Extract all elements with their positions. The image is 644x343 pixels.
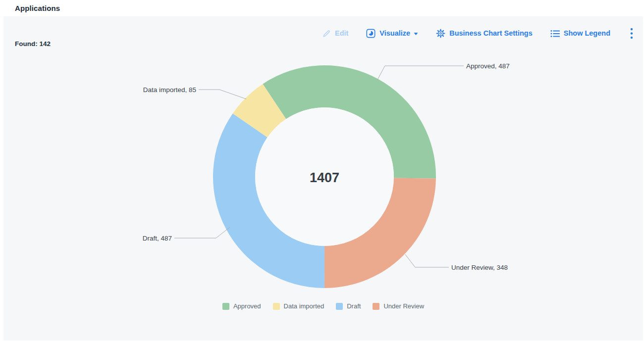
legend-item-approved[interactable]: Approved xyxy=(222,302,261,310)
visualize-label: Visualize xyxy=(379,30,410,37)
more-options-button[interactable] xyxy=(630,28,633,39)
edit-button[interactable]: Edit xyxy=(322,29,348,38)
chart-type-icon xyxy=(366,29,376,38)
chart-panel: Found: 142 Edit Visualize xyxy=(3,16,643,341)
legend-item-draft[interactable]: Draft xyxy=(336,302,361,310)
page-title: Applications xyxy=(15,4,60,12)
chart-legend: ApprovedData importedDraftUnder Review xyxy=(3,302,643,310)
business-chart-settings-label: Business Chart Settings xyxy=(449,30,533,37)
edit-label: Edit xyxy=(335,30,348,37)
pencil-icon xyxy=(322,29,331,38)
legend-swatch-draft xyxy=(336,303,343,310)
legend-label-under-review: Under Review xyxy=(383,302,424,310)
business-chart-settings-button[interactable]: Business Chart Settings xyxy=(436,29,533,38)
legend-label-approved: Approved xyxy=(233,302,261,310)
legend-label-draft: Draft xyxy=(347,302,361,310)
found-count: Found: 142 xyxy=(15,40,51,48)
chart-toolbar: Edit Visualize xyxy=(322,28,633,39)
legend-swatch-data-imported xyxy=(273,303,280,310)
legend-swatch-under-review xyxy=(373,303,379,310)
list-icon xyxy=(550,30,560,38)
show-legend-button[interactable]: Show Legend xyxy=(550,30,610,38)
show-legend-label: Show Legend xyxy=(564,30,610,37)
gear-icon xyxy=(436,29,445,38)
chevron-down-icon xyxy=(414,33,418,35)
legend-item-data-imported[interactable]: Data imported xyxy=(273,302,324,310)
legend-item-under-review[interactable]: Under Review xyxy=(373,302,424,310)
legend-swatch-approved xyxy=(222,303,229,310)
legend-label-data-imported: Data imported xyxy=(284,302,324,310)
kebab-icon xyxy=(630,28,633,39)
visualize-button[interactable]: Visualize xyxy=(366,29,418,38)
